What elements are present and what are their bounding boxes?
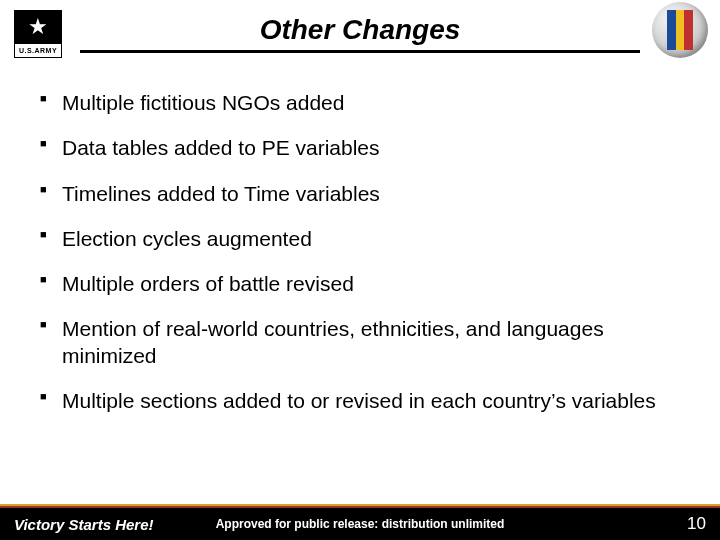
list-item: Data tables added to PE variables <box>40 135 680 161</box>
slide-header: ★ U.S.ARMY Other Changes <box>0 0 720 64</box>
slide: ★ U.S.ARMY Other Changes Multiple fictit… <box>0 0 720 540</box>
tradoc-badge <box>652 2 708 58</box>
footer-bar: Victory Starts Here! Approved for public… <box>0 508 720 540</box>
list-item: Election cycles augmented <box>40 226 680 252</box>
list-item: Timelines added to Time variables <box>40 181 680 207</box>
title-underline <box>80 50 640 53</box>
badge-stripes <box>667 10 693 50</box>
list-item: Multiple sections added to or revised in… <box>40 388 680 414</box>
bullet-list: Multiple fictitious NGOs added Data tabl… <box>40 90 680 414</box>
page-number: 10 <box>687 514 706 534</box>
slide-title: Other Changes <box>0 14 720 46</box>
list-item: Multiple orders of battle revised <box>40 271 680 297</box>
slide-content: Multiple fictitious NGOs added Data tabl… <box>40 90 680 470</box>
list-item: Mention of real-world countries, ethnici… <box>40 316 680 369</box>
army-label: U.S.ARMY <box>14 44 62 58</box>
slide-footer: Victory Starts Here! Approved for public… <box>0 504 720 540</box>
list-item: Multiple fictitious NGOs added <box>40 90 680 116</box>
footer-release: Approved for public release: distributio… <box>0 517 720 531</box>
